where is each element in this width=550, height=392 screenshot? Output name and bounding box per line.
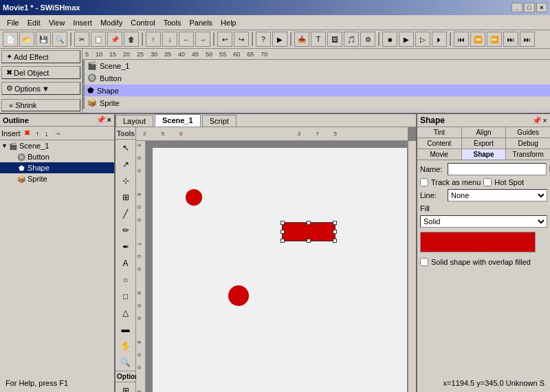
stage-scrollbar-v[interactable] — [408, 141, 416, 392]
tool-oval[interactable]: ○ — [118, 272, 134, 287]
tool-select[interactable]: ⊹ — [118, 173, 134, 188]
shape-circle-2[interactable] — [228, 285, 249, 306]
play3-button[interactable]: ⏵ — [432, 32, 447, 47]
handle-tr[interactable] — [333, 221, 337, 225]
handle-ml[interactable] — [280, 230, 285, 234]
handle-bl[interactable] — [280, 239, 285, 243]
play2-button[interactable]: ▷ — [415, 32, 430, 47]
outline-down-button[interactable]: ↓ — [43, 129, 51, 138]
name-input[interactable] — [448, 163, 547, 175]
save-button[interactable]: 💾 — [36, 32, 51, 47]
tool-pencil[interactable]: ✒ — [118, 239, 134, 254]
tool-line[interactable]: ╱ — [118, 206, 134, 221]
tool-transform[interactable]: ⊞ — [118, 190, 134, 205]
open-button[interactable]: 📂 — [19, 32, 34, 47]
outline-close-button[interactable]: × — [107, 116, 111, 124]
props-pin-button[interactable]: 📌 — [532, 116, 542, 125]
next-button[interactable]: ⏩ — [487, 32, 502, 47]
menu-edit[interactable]: Edit — [23, 17, 45, 28]
tab-export[interactable]: Export — [462, 138, 507, 149]
timeline-layer-button[interactable]: 🔘 Button — [82, 72, 550, 85]
delete-button[interactable]: 🗑 — [124, 32, 139, 47]
play-stop-button[interactable]: ■ — [382, 32, 397, 47]
tab-tint[interactable]: Tint — [417, 127, 462, 138]
text-button[interactable]: T — [311, 32, 326, 47]
tool-white-arrow[interactable]: ↗ — [118, 157, 134, 172]
tab-layout[interactable]: Layout — [116, 115, 153, 127]
prev-button[interactable]: ⏪ — [470, 32, 485, 47]
new-button[interactable]: 📄 — [3, 32, 18, 47]
handle-tl[interactable] — [280, 221, 285, 225]
hot-spot-checkbox[interactable] — [483, 178, 492, 186]
undo-button[interactable]: ↩ — [217, 32, 232, 47]
menu-file[interactable]: File — [3, 17, 23, 28]
import-button[interactable]: 📥 — [294, 32, 309, 47]
tab-guides[interactable]: Guides — [506, 127, 550, 138]
outline-up-button[interactable]: ↑ — [34, 129, 42, 138]
tab-debug[interactable]: Debug — [506, 138, 550, 149]
tree-item-button[interactable]: 🔘 Button — [0, 151, 114, 162]
redo-button[interactable]: ↪ — [234, 32, 249, 47]
solid-shape-checkbox[interactable] — [420, 258, 428, 266]
cut-button[interactable]: ✂ — [74, 32, 89, 47]
menu-tools[interactable]: Tools — [160, 17, 186, 28]
arrow-right-button[interactable]: → — [195, 32, 210, 47]
tool-rect2[interactable]: □ — [118, 289, 134, 304]
minimize-button[interactable]: _ — [512, 3, 522, 12]
extra-button[interactable]: ⚙ — [360, 32, 375, 47]
shape-rect[interactable] — [282, 222, 336, 241]
end-button[interactable]: ⏭ — [520, 32, 535, 47]
del-object-button[interactable]: ✖ Del Object — [1, 66, 80, 79]
shrink-button[interactable]: « Shrink — [1, 99, 80, 111]
play-button[interactable]: ▶ — [399, 32, 414, 47]
media-button[interactable]: 🎵 — [344, 32, 359, 47]
help-button[interactable]: ? — [256, 32, 271, 47]
menu-control[interactable]: Control — [126, 17, 159, 28]
handle-br[interactable] — [333, 239, 337, 243]
tool-rect3[interactable]: ▬ — [118, 322, 134, 337]
stage-canvas[interactable] — [146, 141, 408, 392]
tree-item-shape[interactable]: ⬟ Shape — [0, 162, 114, 173]
tool-zoom2[interactable]: 🔍 — [118, 355, 134, 370]
arrow-left-button[interactable]: ← — [179, 32, 194, 47]
menu-panels[interactable]: Panels — [185, 17, 217, 28]
add-effect-button[interactable]: ✦ Add Effect — [1, 50, 80, 63]
arrow-up-button[interactable]: ↑ — [146, 32, 161, 47]
close-button[interactable]: × — [536, 3, 547, 12]
tab-shape[interactable]: Shape — [462, 149, 507, 160]
tab-transform[interactable]: Transform — [506, 149, 550, 160]
tool-arrow[interactable]: ↖ — [118, 140, 134, 155]
tool-text[interactable]: A — [118, 256, 134, 271]
color-swatch[interactable] — [420, 232, 536, 252]
tool-fill[interactable]: △ — [118, 305, 134, 320]
props-close-button[interactable]: × — [543, 116, 547, 125]
image-button[interactable]: 🖼 — [327, 32, 342, 47]
timeline-layer-sprite[interactable]: 📦 Sprite — [82, 97, 550, 109]
tree-item-sprite[interactable]: 📦 Sprite — [0, 173, 114, 184]
maximize-button[interactable]: □ — [524, 3, 535, 12]
line-select[interactable]: None — [448, 189, 547, 202]
fill-type-select[interactable]: Solid — [420, 215, 547, 228]
tool-hand[interactable]: ✋ — [118, 338, 134, 353]
menu-view[interactable]: View — [45, 17, 69, 28]
tab-scene1[interactable]: Scene_1 — [155, 114, 201, 127]
menu-modify[interactable]: Modify — [96, 17, 126, 28]
menu-insert[interactable]: Insert — [69, 17, 96, 28]
handle-tm[interactable] — [307, 221, 311, 225]
export-button[interactable]: ▶ — [272, 32, 287, 47]
tool-opt1[interactable]: ⊞ — [118, 383, 134, 392]
paste-button[interactable]: 📌 — [107, 32, 122, 47]
find-button[interactable]: 🔍 — [52, 32, 67, 47]
last-button[interactable]: ⏭ — [503, 32, 518, 47]
tab-movie[interactable]: Movie — [417, 149, 462, 160]
timeline-layer-shape[interactable]: ⬟ Shape — [82, 85, 550, 97]
outline-pin-button[interactable]: 📌 — [96, 116, 106, 124]
tab-script[interactable]: Script — [202, 115, 236, 127]
tool-pen[interactable]: ✏ — [118, 223, 134, 238]
menu-help[interactable]: Help — [217, 17, 241, 28]
first-button[interactable]: ⏮ — [454, 32, 469, 47]
handle-bm[interactable] — [307, 239, 311, 243]
handle-mr[interactable] — [333, 230, 337, 234]
timeline-layer-scene[interactable]: 🎬 Scene_1 — [82, 60, 550, 72]
copy-button[interactable]: 📋 — [91, 32, 106, 47]
